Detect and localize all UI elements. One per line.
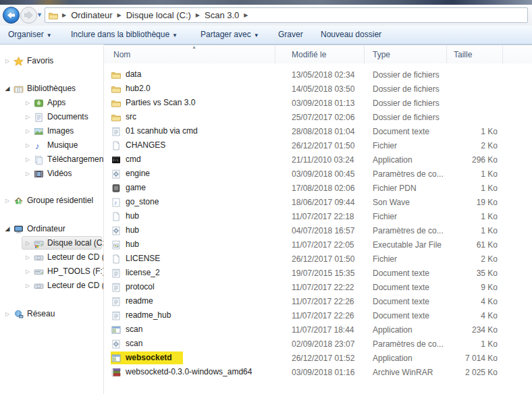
file-name-cell[interactable]: 01 scanhub via cmd (104, 125, 275, 139)
sidebar-item-ordinateur[interactable]: ◢Ordinateur (0, 222, 103, 236)
expand-arrow-icon[interactable]: ▷ (4, 54, 11, 68)
file-row-src[interactable]: src25/07/2017 02:06Dossier de fichiers (104, 111, 532, 125)
breadcrumb-separator-icon[interactable]: ▶ (117, 12, 122, 18)
file-row-websocketd[interactable]: websocketd26/12/2017 01:52Application7 0… (104, 351, 532, 366)
file-row-protocol[interactable]: protocol11/07/2017 22:22Document texte9 … (104, 281, 532, 295)
sidebar-item-hp-tools-f-[interactable]: ▷HP_TOOLS (F:) (0, 264, 103, 279)
collapse-arrow-icon[interactable]: ◢ (4, 82, 11, 96)
file-row-go-stone[interactable]: ♪go_stone18/06/2017 09:44Son Wave19 Ko (104, 196, 532, 210)
sidebar-item-vid-os[interactable]: ▷Vidéos (0, 167, 103, 181)
expand-arrow-icon[interactable]: ▷ (24, 124, 31, 138)
file-row-hub[interactable]: hub11/07/2017 22:18Fichier1 Ko (104, 210, 532, 224)
expand-arrow-icon[interactable]: ▷ (24, 110, 31, 124)
column-header-type[interactable]: Type (365, 46, 447, 63)
file-name-cell[interactable]: websocketd (104, 351, 275, 366)
file-name-cell[interactable]: scan (104, 323, 275, 337)
breadcrumb-item[interactable]: Scan 3.0 (203, 10, 240, 20)
expand-arrow-icon[interactable]: ▷ (24, 250, 31, 264)
file-row-hub[interactable]: hub11/07/2017 22:05Executable Jar File61… (104, 238, 532, 252)
expand-arrow-icon[interactable]: ▷ (4, 194, 11, 208)
file-name-cell[interactable]: engine (104, 167, 275, 181)
file-name-cell[interactable]: protocol (104, 281, 275, 295)
file-row-license-2[interactable]: license_219/07/2015 15:35Document texte3… (104, 266, 532, 281)
breadcrumb-separator-icon[interactable]: ▶ (62, 12, 66, 18)
expand-arrow-icon[interactable]: ▷ (24, 152, 31, 167)
file-size-cell: 9 Ko (447, 281, 503, 295)
sidebar-item-disque-local-c-[interactable]: ▷Disque local (C:) (0, 236, 103, 250)
file-name-cell[interactable]: game (104, 181, 275, 196)
file-row-scan[interactable]: scan02/09/2018 23:07Paramètres de co...1… (104, 337, 532, 351)
file-row-game[interactable]: game17/08/2018 02:06Fichier PDN1 Ko (104, 181, 532, 196)
sidebar-item-lecteur-de-cd-h-[interactable]: ▷Lecteur de CD (H:) (0, 279, 103, 293)
forward-button[interactable] (20, 6, 38, 24)
expand-arrow-icon[interactable]: ▷ (24, 96, 31, 110)
file-name-cell[interactable]: hub (104, 238, 275, 252)
sidebar-item-documents[interactable]: ▷Documents (0, 110, 103, 124)
column-header-modifi-le[interactable]: Modifié le (275, 46, 365, 63)
file-row-cmd[interactable]: C:\cmd21/11/2010 03:24Application296 Ko (104, 153, 532, 167)
expand-arrow-icon[interactable]: ▷ (24, 279, 31, 293)
file-name-cell[interactable]: scan (104, 337, 275, 351)
file-row-engine[interactable]: engine03/09/2018 00:45Paramètres de co..… (104, 167, 532, 181)
file-row-scan[interactable]: scan11/07/2017 18:44Application234 Ko (104, 323, 532, 337)
column-header-taille[interactable]: Taille (447, 46, 503, 63)
recent-pages-dropdown-icon[interactable]: ▼ (36, 11, 43, 18)
file-name: ♪go_stone (111, 196, 159, 208)
file-name-cell[interactable]: license_2 (104, 266, 275, 281)
expand-arrow-icon[interactable]: ▷ (24, 264, 31, 279)
sidebar-item-groupe-r-sidentiel[interactable]: ▷Groupe résidentiel (0, 194, 103, 208)
sidebar-item-apps[interactable]: ▷Apps (0, 96, 103, 110)
file-row-websocketd-0-3-0-windows-amd64[interactable]: websocketd-0.3.0-windows_amd6403/09/2018… (104, 366, 532, 380)
sidebar-item-biblioth-ques[interactable]: ◢Bibliothèques (0, 82, 103, 96)
file-name-cell[interactable]: Parties vs Scan 3.0 (104, 96, 275, 111)
sidebar-item-favoris[interactable]: ▷Favoris (0, 54, 103, 68)
file-row-data[interactable]: data13/05/2018 02:34Dossier de fichiers (104, 68, 532, 82)
file-name-cell[interactable]: readme (104, 295, 275, 309)
toolbar-button-partager-avec[interactable]: Partager avec▼ (201, 26, 259, 44)
file-row-hub2-0[interactable]: hub2.014/05/2018 03:50Dossier de fichier… (104, 82, 532, 96)
expand-arrow-icon[interactable]: ▷ (24, 138, 31, 152)
file-size-cell: 234 Ko (447, 323, 503, 337)
file-name-cell[interactable]: src (104, 111, 275, 125)
file-name-cell[interactable]: readme_hub (104, 309, 275, 323)
toolbar-button-graver[interactable]: Graver (278, 26, 303, 44)
file-row-parties-vs-scan-3-0[interactable]: Parties vs Scan 3.003/09/2018 01:13Dossi… (104, 96, 532, 111)
expand-arrow-icon[interactable]: ▷ (24, 167, 31, 181)
toolbar-button-inclure-dans-la-biblioth-que[interactable]: Inclure dans la bibliothèque▼ (71, 26, 178, 44)
file-row-readme-hub[interactable]: readme_hub11/07/2017 22:26Document texte… (104, 309, 532, 323)
breadcrumb-separator-icon[interactable]: ▶ (196, 12, 200, 18)
breadcrumb-item[interactable]: Ordinateur (70, 10, 113, 20)
file-row-changes[interactable]: CHANGES26/12/2017 01:50Fichier2 Ko (104, 139, 532, 153)
file-name-cell[interactable]: websocketd-0.3.0-windows_amd64 (104, 366, 275, 380)
address-bar[interactable]: ▶Ordinateur▶Disque local (C:)▶Scan 3.0▶ (45, 7, 528, 23)
breadcrumb-item[interactable]: Disque local (C:) (125, 10, 192, 20)
file-name-cell[interactable]: hub (104, 210, 275, 224)
file-name-cell[interactable]: C:\cmd (104, 153, 275, 167)
file-name-cell[interactable]: ♪go_stone (104, 196, 275, 210)
file-name-label: src (126, 111, 136, 124)
toolbar-button-organiser[interactable]: Organiser▼ (8, 26, 52, 44)
sidebar-item-musique[interactable]: ▷♪Musique (0, 138, 103, 152)
sidebar-item-lecteur-de-cd-d-g[interactable]: ▷Lecteur de CD (D:) G (0, 250, 103, 264)
sidebar-item-r-seau[interactable]: ▷Réseau (0, 307, 103, 321)
file-size-cell (447, 82, 503, 96)
file-name-cell[interactable]: hub (104, 224, 275, 238)
file-row-hub[interactable]: hub04/07/2018 16:57Paramètres de co...1 … (104, 224, 532, 238)
breadcrumb-separator-icon[interactable]: ▶ (244, 12, 248, 18)
expand-arrow-icon[interactable]: ▷ (24, 236, 31, 250)
sidebar-item-t-l-chargements[interactable]: ▷Téléchargements (0, 152, 103, 167)
expand-arrow-icon[interactable]: ▷ (4, 307, 11, 321)
sidebar-item-images[interactable]: ▷Images (0, 124, 103, 138)
file-row-readme[interactable]: readme11/07/2017 22:26Document texte4 Ko (104, 295, 532, 309)
file-type-cell: Dossier de fichiers (365, 96, 447, 111)
file-row-license[interactable]: LICENSE26/12/2017 01:50Fichier2 Ko (104, 252, 532, 266)
file-name-cell[interactable]: hub2.0 (104, 82, 275, 96)
collapse-arrow-icon[interactable]: ◢ (4, 222, 11, 236)
column-header-nom[interactable]: Nom (104, 46, 275, 63)
toolbar-button-nouveau-dossier[interactable]: Nouveau dossier (321, 26, 381, 44)
file-name-cell[interactable]: CHANGES (104, 139, 275, 153)
file-name-cell[interactable]: data (104, 68, 275, 82)
file-row-01-scanhub-via-cmd[interactable]: 01 scanhub via cmd28/08/2018 01:04Docume… (104, 125, 532, 139)
file-name-cell[interactable]: LICENSE (104, 252, 275, 266)
back-button[interactable] (2, 6, 20, 24)
